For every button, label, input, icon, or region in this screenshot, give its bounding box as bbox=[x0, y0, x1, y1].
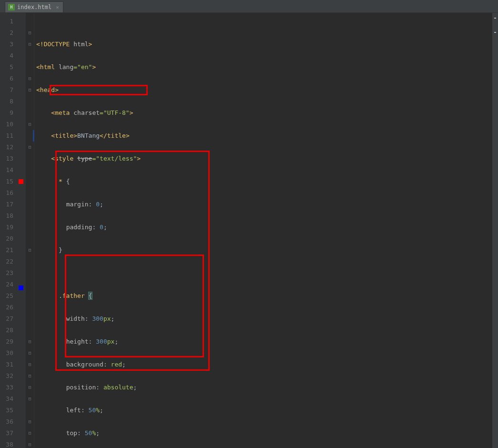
gutter-slot[interactable] bbox=[16, 50, 26, 61]
fold-toggle[interactable]: ⊟ bbox=[26, 382, 34, 393]
gutter-slot[interactable] bbox=[16, 236, 26, 248]
fold-toggle[interactable] bbox=[26, 325, 34, 336]
code-line[interactable]: <style type="text/less"> bbox=[34, 153, 498, 164]
gutter-slot[interactable] bbox=[16, 446, 26, 448]
fold-toggle[interactable] bbox=[26, 233, 34, 244]
gutter-slot[interactable] bbox=[16, 191, 26, 202]
code-line[interactable] bbox=[34, 267, 498, 279]
code-line[interactable]: <meta charset="UTF-8"> bbox=[34, 107, 498, 119]
fold-toggle[interactable] bbox=[26, 279, 34, 290]
fold-toggle[interactable]: ⊟ bbox=[26, 416, 34, 428]
gutter-slot[interactable] bbox=[16, 400, 26, 411]
gutter-slot[interactable] bbox=[16, 308, 26, 320]
code-line[interactable]: .father { bbox=[34, 290, 498, 302]
fold-toggle[interactable]: ⊟ bbox=[26, 142, 34, 153]
fold-toggle[interactable]: ⊟ bbox=[26, 428, 34, 439]
fold-toggle[interactable]: ⊟ bbox=[26, 439, 34, 448]
file-tab[interactable]: H index.html × bbox=[5, 1, 63, 12]
gutter-slot[interactable] bbox=[16, 320, 26, 331]
code-line[interactable]: width: 300px; bbox=[34, 313, 498, 325]
gutter-slot[interactable] bbox=[16, 354, 26, 366]
gutter-slot[interactable] bbox=[16, 107, 26, 119]
gutter-slot[interactable] bbox=[16, 225, 26, 236]
fold-toggle[interactable]: ⊟ bbox=[26, 347, 34, 359]
code-line[interactable]: background: red; bbox=[34, 359, 498, 370]
gutter-slot[interactable] bbox=[16, 388, 26, 400]
gutter-slot[interactable] bbox=[16, 366, 26, 377]
fold-toggle[interactable]: ⊟ bbox=[26, 84, 34, 96]
gutter-slot[interactable] bbox=[16, 27, 26, 39]
close-tab-icon[interactable]: × bbox=[56, 4, 59, 10]
gutter-slot[interactable] bbox=[16, 214, 26, 225]
code-line[interactable]: <head> bbox=[34, 84, 498, 96]
fold-toggle[interactable]: ⊟ bbox=[26, 336, 34, 347]
fold-toggle[interactable] bbox=[26, 50, 34, 61]
fold-toggle[interactable]: ⊟ bbox=[26, 393, 34, 405]
fold-toggle[interactable] bbox=[26, 313, 34, 325]
gutter-slot[interactable] bbox=[16, 16, 26, 27]
fold-toggle[interactable] bbox=[26, 302, 34, 313]
fold-toggle[interactable] bbox=[26, 210, 34, 222]
gutter-slot[interactable] bbox=[16, 297, 26, 308]
fold-toggle[interactable]: ⊟ bbox=[26, 359, 34, 370]
fold-toggle[interactable] bbox=[26, 107, 34, 119]
code-line[interactable]: } bbox=[34, 244, 498, 256]
gutter-slot[interactable] bbox=[16, 377, 26, 388]
code-line[interactable]: position: absolute; bbox=[34, 382, 498, 393]
gutter-slot[interactable] bbox=[16, 164, 26, 176]
fold-toggle[interactable] bbox=[26, 256, 34, 267]
gutter-slot[interactable] bbox=[16, 119, 26, 130]
fold-toggle[interactable] bbox=[26, 164, 34, 176]
gutter-slot[interactable] bbox=[16, 130, 26, 142]
code-line[interactable]: <title>BNTang</title> bbox=[33, 130, 498, 142]
gutter-slot[interactable] bbox=[16, 271, 26, 282]
gutter-slot[interactable] bbox=[16, 411, 26, 423]
gutter-slot[interactable] bbox=[16, 434, 26, 446]
scrollbar[interactable] bbox=[492, 13, 498, 448]
code-line[interactable]: left: 50%; bbox=[34, 405, 498, 416]
gutter-slot[interactable] bbox=[16, 73, 26, 84]
fold-toggle[interactable]: ⊟ bbox=[26, 27, 34, 39]
code-line[interactable]: height: 300px; bbox=[34, 336, 498, 347]
fold-toggle[interactable] bbox=[26, 187, 34, 199]
fold-toggle[interactable] bbox=[26, 96, 34, 107]
gutter-slot[interactable] bbox=[16, 202, 26, 214]
breakpoint-gutter[interactable] bbox=[16, 13, 26, 448]
code-line[interactable]: padding: 0; bbox=[34, 222, 498, 233]
code-line[interactable]: margin: 0; bbox=[34, 199, 498, 210]
fold-toggle[interactable]: ⊟ bbox=[26, 119, 34, 130]
fold-toggle[interactable]: ⊟ bbox=[26, 39, 34, 50]
fold-gutter[interactable]: ⊟⊟⊟⊟⊟⊟⊟⊟⊟⊟⊟⊟⊟⊟⊟⊟ bbox=[26, 13, 34, 448]
gutter-slot[interactable] bbox=[16, 248, 26, 259]
fold-toggle[interactable] bbox=[26, 222, 34, 233]
fold-toggle[interactable] bbox=[26, 176, 34, 187]
fold-toggle[interactable] bbox=[26, 153, 34, 164]
gutter-slot[interactable] bbox=[16, 142, 26, 153]
fold-toggle[interactable] bbox=[26, 267, 34, 279]
gutter-slot[interactable] bbox=[16, 285, 26, 297]
fold-toggle[interactable] bbox=[26, 61, 34, 73]
fold-toggle[interactable]: ⊟ bbox=[26, 370, 34, 382]
code-area[interactable]: <!DOCTYPE html> <html lang="en"> <head> … bbox=[34, 13, 498, 448]
code-line[interactable]: <!DOCTYPE html> bbox=[34, 39, 498, 50]
fold-toggle[interactable]: ⊟ bbox=[26, 244, 34, 256]
gutter-slot[interactable] bbox=[16, 96, 26, 107]
fold-toggle[interactable] bbox=[26, 405, 34, 416]
fold-toggle[interactable] bbox=[26, 290, 34, 302]
code-line[interactable]: * { bbox=[34, 176, 498, 187]
gutter-slot[interactable] bbox=[16, 84, 26, 96]
fold-toggle[interactable]: ⊟ bbox=[26, 73, 34, 84]
gutter-slot[interactable] bbox=[16, 39, 26, 50]
fold-toggle[interactable] bbox=[26, 199, 34, 210]
gutter-slot[interactable] bbox=[16, 423, 26, 434]
gutter-slot[interactable] bbox=[16, 343, 26, 354]
gutter-slot[interactable] bbox=[16, 153, 26, 164]
gutter-slot[interactable] bbox=[16, 61, 26, 73]
gutter-slot[interactable] bbox=[16, 331, 26, 343]
code-line[interactable]: top: 50%; bbox=[34, 428, 498, 439]
gutter-slot[interactable] bbox=[16, 179, 26, 191]
code-line[interactable]: <html lang="en"> bbox=[34, 61, 498, 73]
fold-toggle[interactable] bbox=[26, 16, 34, 27]
line-number: 24 bbox=[0, 279, 13, 290]
gutter-slot[interactable] bbox=[16, 259, 26, 271]
